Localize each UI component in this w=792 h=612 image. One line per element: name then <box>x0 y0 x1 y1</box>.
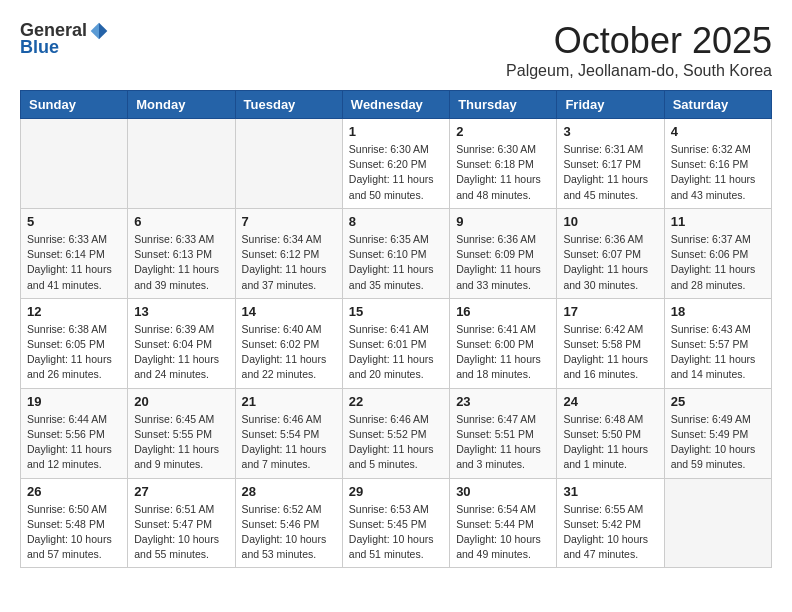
weekday-header: Monday <box>128 91 235 119</box>
day-number: 31 <box>563 484 657 499</box>
calendar-cell: 17Sunrise: 6:42 AM Sunset: 5:58 PM Dayli… <box>557 298 664 388</box>
day-number: 26 <box>27 484 121 499</box>
day-info: Sunrise: 6:42 AM Sunset: 5:58 PM Dayligh… <box>563 322 657 383</box>
day-number: 8 <box>349 214 443 229</box>
calendar-cell: 7Sunrise: 6:34 AM Sunset: 6:12 PM Daylig… <box>235 208 342 298</box>
day-info: Sunrise: 6:31 AM Sunset: 6:17 PM Dayligh… <box>563 142 657 203</box>
day-info: Sunrise: 6:46 AM Sunset: 5:54 PM Dayligh… <box>242 412 336 473</box>
svg-marker-0 <box>99 22 107 39</box>
day-number: 15 <box>349 304 443 319</box>
day-number: 17 <box>563 304 657 319</box>
calendar-cell: 23Sunrise: 6:47 AM Sunset: 5:51 PM Dayli… <box>450 388 557 478</box>
day-info: Sunrise: 6:32 AM Sunset: 6:16 PM Dayligh… <box>671 142 765 203</box>
calendar-cell <box>664 478 771 568</box>
day-number: 3 <box>563 124 657 139</box>
day-number: 21 <box>242 394 336 409</box>
day-number: 11 <box>671 214 765 229</box>
calendar-week-row: 19Sunrise: 6:44 AM Sunset: 5:56 PM Dayli… <box>21 388 772 478</box>
day-info: Sunrise: 6:35 AM Sunset: 6:10 PM Dayligh… <box>349 232 443 293</box>
day-number: 18 <box>671 304 765 319</box>
day-info: Sunrise: 6:37 AM Sunset: 6:06 PM Dayligh… <box>671 232 765 293</box>
calendar-cell: 29Sunrise: 6:53 AM Sunset: 5:45 PM Dayli… <box>342 478 449 568</box>
day-info: Sunrise: 6:49 AM Sunset: 5:49 PM Dayligh… <box>671 412 765 473</box>
calendar-cell: 24Sunrise: 6:48 AM Sunset: 5:50 PM Dayli… <box>557 388 664 478</box>
day-number: 6 <box>134 214 228 229</box>
calendar-cell: 20Sunrise: 6:45 AM Sunset: 5:55 PM Dayli… <box>128 388 235 478</box>
day-info: Sunrise: 6:36 AM Sunset: 6:07 PM Dayligh… <box>563 232 657 293</box>
day-info: Sunrise: 6:30 AM Sunset: 6:20 PM Dayligh… <box>349 142 443 203</box>
day-number: 28 <box>242 484 336 499</box>
day-number: 22 <box>349 394 443 409</box>
calendar-cell: 14Sunrise: 6:40 AM Sunset: 6:02 PM Dayli… <box>235 298 342 388</box>
location: Palgeum, Jeollanam-do, South Korea <box>506 62 772 80</box>
calendar-cell: 31Sunrise: 6:55 AM Sunset: 5:42 PM Dayli… <box>557 478 664 568</box>
calendar-cell: 12Sunrise: 6:38 AM Sunset: 6:05 PM Dayli… <box>21 298 128 388</box>
svg-marker-1 <box>91 22 99 39</box>
day-number: 10 <box>563 214 657 229</box>
day-info: Sunrise: 6:47 AM Sunset: 5:51 PM Dayligh… <box>456 412 550 473</box>
calendar-cell: 22Sunrise: 6:46 AM Sunset: 5:52 PM Dayli… <box>342 388 449 478</box>
day-info: Sunrise: 6:40 AM Sunset: 6:02 PM Dayligh… <box>242 322 336 383</box>
day-number: 30 <box>456 484 550 499</box>
calendar-cell <box>128 119 235 209</box>
calendar-cell: 10Sunrise: 6:36 AM Sunset: 6:07 PM Dayli… <box>557 208 664 298</box>
calendar-cell: 6Sunrise: 6:33 AM Sunset: 6:13 PM Daylig… <box>128 208 235 298</box>
calendar: SundayMondayTuesdayWednesdayThursdayFrid… <box>20 90 772 568</box>
calendar-cell: 27Sunrise: 6:51 AM Sunset: 5:47 PM Dayli… <box>128 478 235 568</box>
calendar-week-row: 1Sunrise: 6:30 AM Sunset: 6:20 PM Daylig… <box>21 119 772 209</box>
calendar-cell: 15Sunrise: 6:41 AM Sunset: 6:01 PM Dayli… <box>342 298 449 388</box>
day-info: Sunrise: 6:45 AM Sunset: 5:55 PM Dayligh… <box>134 412 228 473</box>
day-info: Sunrise: 6:48 AM Sunset: 5:50 PM Dayligh… <box>563 412 657 473</box>
weekday-header: Tuesday <box>235 91 342 119</box>
day-info: Sunrise: 6:38 AM Sunset: 6:05 PM Dayligh… <box>27 322 121 383</box>
weekday-header: Friday <box>557 91 664 119</box>
day-number: 25 <box>671 394 765 409</box>
logo: General Blue <box>20 20 109 58</box>
calendar-cell: 2Sunrise: 6:30 AM Sunset: 6:18 PM Daylig… <box>450 119 557 209</box>
day-info: Sunrise: 6:36 AM Sunset: 6:09 PM Dayligh… <box>456 232 550 293</box>
calendar-cell: 13Sunrise: 6:39 AM Sunset: 6:04 PM Dayli… <box>128 298 235 388</box>
calendar-cell <box>21 119 128 209</box>
day-number: 1 <box>349 124 443 139</box>
calendar-cell: 1Sunrise: 6:30 AM Sunset: 6:20 PM Daylig… <box>342 119 449 209</box>
day-number: 2 <box>456 124 550 139</box>
calendar-cell: 4Sunrise: 6:32 AM Sunset: 6:16 PM Daylig… <box>664 119 771 209</box>
calendar-cell: 3Sunrise: 6:31 AM Sunset: 6:17 PM Daylig… <box>557 119 664 209</box>
day-info: Sunrise: 6:46 AM Sunset: 5:52 PM Dayligh… <box>349 412 443 473</box>
calendar-cell: 5Sunrise: 6:33 AM Sunset: 6:14 PM Daylig… <box>21 208 128 298</box>
day-info: Sunrise: 6:41 AM Sunset: 6:00 PM Dayligh… <box>456 322 550 383</box>
day-info: Sunrise: 6:50 AM Sunset: 5:48 PM Dayligh… <box>27 502 121 563</box>
day-number: 12 <box>27 304 121 319</box>
day-number: 20 <box>134 394 228 409</box>
day-number: 14 <box>242 304 336 319</box>
weekday-header: Sunday <box>21 91 128 119</box>
logo-icon <box>89 21 109 41</box>
day-number: 27 <box>134 484 228 499</box>
day-number: 13 <box>134 304 228 319</box>
calendar-cell: 11Sunrise: 6:37 AM Sunset: 6:06 PM Dayli… <box>664 208 771 298</box>
weekday-header: Thursday <box>450 91 557 119</box>
calendar-cell: 9Sunrise: 6:36 AM Sunset: 6:09 PM Daylig… <box>450 208 557 298</box>
day-info: Sunrise: 6:34 AM Sunset: 6:12 PM Dayligh… <box>242 232 336 293</box>
day-number: 29 <box>349 484 443 499</box>
calendar-cell <box>235 119 342 209</box>
day-number: 7 <box>242 214 336 229</box>
calendar-week-row: 12Sunrise: 6:38 AM Sunset: 6:05 PM Dayli… <box>21 298 772 388</box>
calendar-cell: 25Sunrise: 6:49 AM Sunset: 5:49 PM Dayli… <box>664 388 771 478</box>
calendar-header-row: SundayMondayTuesdayWednesdayThursdayFrid… <box>21 91 772 119</box>
day-info: Sunrise: 6:51 AM Sunset: 5:47 PM Dayligh… <box>134 502 228 563</box>
calendar-cell: 26Sunrise: 6:50 AM Sunset: 5:48 PM Dayli… <box>21 478 128 568</box>
day-info: Sunrise: 6:52 AM Sunset: 5:46 PM Dayligh… <box>242 502 336 563</box>
logo-blue-text: Blue <box>20 37 59 58</box>
calendar-week-row: 5Sunrise: 6:33 AM Sunset: 6:14 PM Daylig… <box>21 208 772 298</box>
day-info: Sunrise: 6:33 AM Sunset: 6:14 PM Dayligh… <box>27 232 121 293</box>
month-title: October 2025 <box>506 20 772 62</box>
calendar-week-row: 26Sunrise: 6:50 AM Sunset: 5:48 PM Dayli… <box>21 478 772 568</box>
page-header: General Blue October 2025 Palgeum, Jeoll… <box>20 20 772 80</box>
day-info: Sunrise: 6:53 AM Sunset: 5:45 PM Dayligh… <box>349 502 443 563</box>
day-number: 16 <box>456 304 550 319</box>
weekday-header: Saturday <box>664 91 771 119</box>
calendar-cell: 30Sunrise: 6:54 AM Sunset: 5:44 PM Dayli… <box>450 478 557 568</box>
calendar-cell: 21Sunrise: 6:46 AM Sunset: 5:54 PM Dayli… <box>235 388 342 478</box>
calendar-cell: 19Sunrise: 6:44 AM Sunset: 5:56 PM Dayli… <box>21 388 128 478</box>
